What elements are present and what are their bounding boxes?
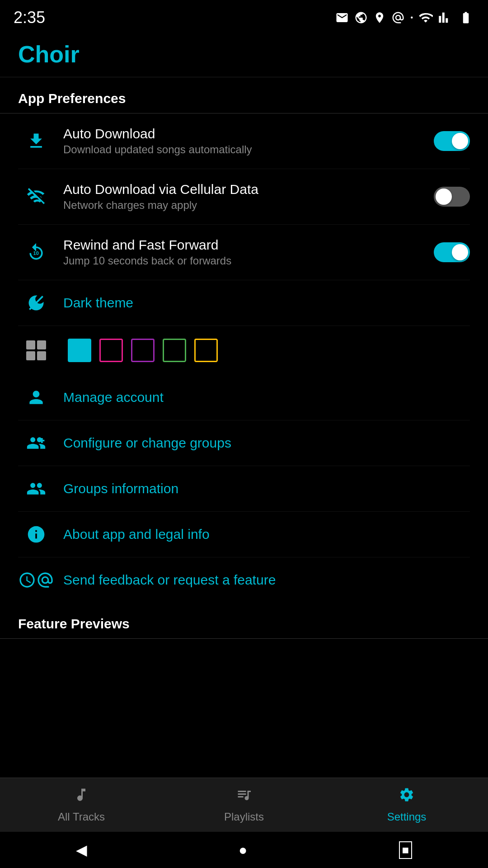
nav-all-tracks-label: All Tracks bbox=[58, 811, 105, 823]
rewind-ff-subtitle: Jump 10 seconds back or forwards bbox=[63, 255, 434, 267]
about-app-item[interactable]: About app and legal info bbox=[18, 512, 470, 557]
send-feedback-item[interactable]: Send feedback or request a feature bbox=[18, 557, 470, 603]
system-nav: ◀ ● ■ bbox=[0, 832, 488, 868]
theme-color-row bbox=[18, 326, 470, 375]
groups-information-title: Groups information bbox=[63, 481, 470, 496]
auto-download-item[interactable]: Auto Download Download updated songs aut… bbox=[18, 113, 470, 169]
no-wifi-icon bbox=[18, 187, 54, 207]
dark-theme-title: Dark theme bbox=[63, 295, 470, 311]
swatch-purple[interactable] bbox=[131, 339, 155, 362]
nav-playlists-label: Playlists bbox=[224, 811, 264, 823]
download-icon bbox=[18, 131, 54, 151]
auto-download-cellular-title: Auto Download via Cellular Data bbox=[63, 182, 434, 197]
person-icon bbox=[18, 387, 54, 407]
swatch-blue[interactable] bbox=[68, 339, 91, 362]
auto-download-cellular-item[interactable]: Auto Download via Cellular Data Network … bbox=[18, 169, 470, 225]
svg-text:10: 10 bbox=[33, 250, 39, 256]
location-icon bbox=[373, 11, 386, 24]
send-feedback-title: Send feedback or request a feature bbox=[63, 572, 470, 588]
swatch-magenta[interactable] bbox=[99, 339, 123, 362]
at-icon bbox=[391, 11, 405, 24]
signal-icon bbox=[438, 11, 452, 24]
rewind-icon: 10 bbox=[18, 242, 54, 262]
auto-download-cellular-text: Auto Download via Cellular Data Network … bbox=[63, 182, 434, 212]
gear-icon bbox=[399, 787, 415, 807]
groups-information-text: Groups information bbox=[63, 481, 470, 496]
battery-icon bbox=[457, 11, 474, 24]
dark-theme-icon bbox=[18, 293, 54, 313]
rewind-ff-text: Rewind and Fast Forward Jump 10 seconds … bbox=[63, 237, 434, 267]
home-button[interactable]: ● bbox=[239, 842, 247, 859]
grid-icon bbox=[26, 340, 46, 360]
dot-indicator: • bbox=[410, 14, 413, 22]
grid-icon-container bbox=[18, 340, 54, 360]
send-feedback-text: Send feedback or request a feature bbox=[63, 572, 470, 588]
playlist-icon bbox=[236, 787, 252, 807]
configure-groups-text: Configure or change groups bbox=[63, 435, 470, 451]
dark-theme-item[interactable]: Dark theme bbox=[18, 280, 470, 326]
app-header: Choir bbox=[0, 32, 488, 77]
app-preferences-header: App Preferences bbox=[0, 77, 488, 113]
google-icon bbox=[354, 11, 368, 24]
mail-icon bbox=[335, 11, 349, 24]
app-title: Choir bbox=[18, 41, 80, 67]
status-icons: • bbox=[335, 10, 474, 25]
rewind-ff-toggle[interactable] bbox=[434, 242, 470, 262]
nav-all-tracks[interactable]: All Tracks bbox=[0, 787, 163, 823]
back-button[interactable]: ◀ bbox=[76, 841, 87, 859]
rewind-ff-title: Rewind and Fast Forward bbox=[63, 237, 434, 253]
group-add-icon bbox=[18, 433, 54, 453]
swatch-green[interactable] bbox=[163, 339, 186, 362]
feature-previews-header: Feature Previews bbox=[0, 603, 488, 639]
manage-account-item[interactable]: Manage account bbox=[18, 375, 470, 420]
feedback-icon bbox=[18, 570, 54, 590]
manage-account-text: Manage account bbox=[63, 390, 470, 405]
rewind-ff-item[interactable]: 10 Rewind and Fast Forward Jump 10 secon… bbox=[18, 225, 470, 280]
auto-download-subtitle: Download updated songs automatically bbox=[63, 143, 434, 156]
music-note-icon bbox=[73, 787, 89, 807]
settings-list: Auto Download Download updated songs aut… bbox=[0, 113, 488, 603]
info-icon bbox=[18, 524, 54, 544]
groups-icon bbox=[18, 479, 54, 499]
configure-groups-item[interactable]: Configure or change groups bbox=[18, 420, 470, 466]
status-bar: 2:35 • bbox=[0, 0, 488, 32]
groups-information-item[interactable]: Groups information bbox=[18, 466, 470, 512]
status-time: 2:35 bbox=[14, 8, 45, 27]
auto-download-toggle[interactable] bbox=[434, 131, 470, 151]
nav-settings[interactable]: Settings bbox=[325, 787, 488, 823]
auto-download-title: Auto Download bbox=[63, 126, 434, 142]
recent-button[interactable]: ■ bbox=[399, 841, 413, 859]
configure-groups-title: Configure or change groups bbox=[63, 435, 470, 451]
wifi-icon bbox=[418, 10, 433, 25]
about-app-title: About app and legal info bbox=[63, 527, 470, 542]
auto-download-cellular-subtitle: Network charges may apply bbox=[63, 199, 434, 212]
about-app-text: About app and legal info bbox=[63, 527, 470, 542]
bottom-nav: All Tracks Playlists Settings bbox=[0, 778, 488, 832]
nav-playlists[interactable]: Playlists bbox=[163, 787, 325, 823]
swatch-yellow[interactable] bbox=[194, 339, 218, 362]
auto-download-text: Auto Download Download updated songs aut… bbox=[63, 126, 434, 156]
color-swatches bbox=[68, 339, 218, 362]
auto-download-cellular-toggle[interactable] bbox=[434, 187, 470, 207]
dark-theme-text: Dark theme bbox=[63, 295, 470, 311]
manage-account-title: Manage account bbox=[63, 390, 470, 405]
nav-settings-label: Settings bbox=[387, 811, 427, 823]
